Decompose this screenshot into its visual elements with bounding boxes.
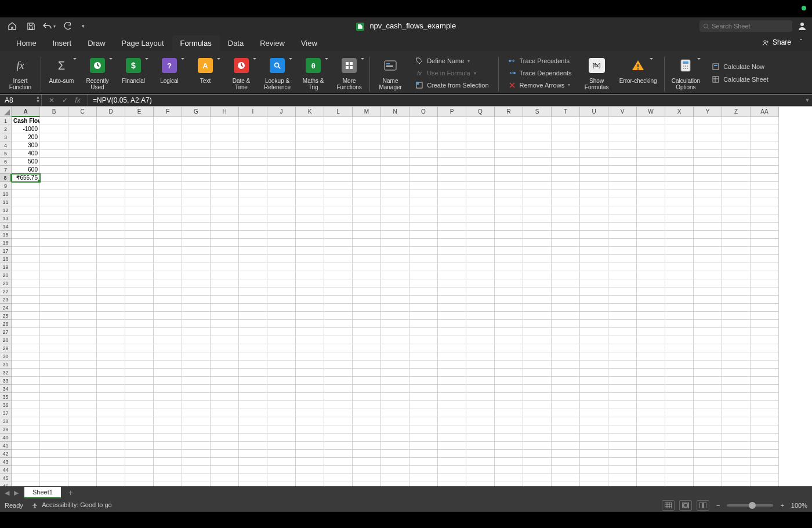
cell-Y20[interactable] (694, 271, 722, 279)
cell-U35[interactable] (580, 393, 608, 401)
qat-customize-icon[interactable]: ▾ (79, 19, 87, 34)
cell-A43[interactable] (12, 458, 40, 466)
cell-W25[interactable] (637, 312, 665, 320)
cell-Q17[interactable] (466, 247, 495, 255)
cell-X37[interactable] (665, 409, 694, 417)
cell-B40[interactable] (40, 434, 68, 442)
cell-D39[interactable] (97, 425, 125, 434)
cell-C14[interactable] (68, 223, 97, 231)
cell-X20[interactable] (665, 271, 694, 279)
cell-B38[interactable] (40, 417, 68, 425)
cell-U37[interactable] (580, 409, 608, 417)
cell-N19[interactable] (381, 263, 409, 271)
cell-P12[interactable] (438, 206, 466, 214)
cell-F35[interactable] (154, 393, 182, 401)
cell-U17[interactable] (580, 247, 608, 255)
cell-C19[interactable] (68, 263, 97, 271)
cell-D12[interactable] (97, 206, 125, 214)
cell-R35[interactable] (495, 393, 523, 401)
cell-D41[interactable] (97, 442, 125, 450)
cell-G36[interactable] (182, 401, 211, 409)
cell-J39[interactable] (267, 425, 296, 434)
cell-S34[interactable] (523, 385, 552, 393)
cell-Z13[interactable] (722, 214, 751, 223)
cell-S1[interactable] (523, 117, 552, 125)
cell-B32[interactable] (40, 369, 68, 377)
cell-R32[interactable] (495, 369, 523, 377)
cell-R34[interactable] (495, 385, 523, 393)
cell-P17[interactable] (438, 247, 466, 255)
cell-I6[interactable] (239, 158, 267, 166)
cell-O13[interactable] (409, 214, 438, 223)
cell-V23[interactable] (608, 296, 637, 304)
cell-A10[interactable] (12, 190, 40, 198)
cell-W4[interactable] (637, 141, 665, 150)
cell-B1[interactable] (40, 117, 68, 125)
cell-U40[interactable] (580, 434, 608, 442)
cell-S15[interactable] (523, 231, 552, 239)
cell-Q27[interactable] (466, 328, 495, 336)
cell-X1[interactable] (665, 117, 694, 125)
row-header-13[interactable]: 13 (0, 214, 12, 223)
cell-N9[interactable] (381, 182, 409, 190)
row-header-44[interactable]: 44 (0, 466, 12, 474)
trace-dependents-button[interactable]: Trace Dependents (506, 68, 574, 79)
cell-Q26[interactable] (466, 320, 495, 328)
cell-N6[interactable] (381, 158, 409, 166)
cell-V7[interactable] (608, 166, 637, 174)
cell-V9[interactable] (608, 182, 637, 190)
cell-AA37[interactable] (751, 409, 779, 417)
cell-G22[interactable] (182, 287, 211, 296)
cell-AA11[interactable] (751, 198, 779, 206)
cell-Q15[interactable] (466, 231, 495, 239)
cell-L33[interactable] (324, 377, 353, 385)
cell-C40[interactable] (68, 434, 97, 442)
cell-Z22[interactable] (722, 287, 751, 296)
cell-Y25[interactable] (694, 312, 722, 320)
cell-Q22[interactable] (466, 287, 495, 296)
cell-I2[interactable] (239, 125, 267, 133)
cell-T30[interactable] (552, 352, 580, 361)
cell-D32[interactable] (97, 369, 125, 377)
row-header-15[interactable]: 15 (0, 231, 12, 239)
cell-V2[interactable] (608, 125, 637, 133)
cell-M15[interactable] (353, 231, 381, 239)
cell-N1[interactable] (381, 117, 409, 125)
cell-K45[interactable] (296, 474, 324, 482)
row-header-20[interactable]: 20 (0, 271, 12, 279)
cell-AA41[interactable] (751, 442, 779, 450)
cell-AA3[interactable] (751, 133, 779, 141)
cell-W33[interactable] (637, 377, 665, 385)
cell-N11[interactable] (381, 198, 409, 206)
cell-J7[interactable] (267, 166, 296, 174)
cell-C32[interactable] (68, 369, 97, 377)
cell-Z16[interactable] (722, 239, 751, 247)
cell-P29[interactable] (438, 344, 466, 352)
cell-T24[interactable] (552, 304, 580, 312)
cell-C9[interactable] (68, 182, 97, 190)
cell-X7[interactable] (665, 166, 694, 174)
cell-A26[interactable] (12, 320, 40, 328)
cell-H38[interactable] (211, 417, 239, 425)
cell-F18[interactable] (154, 255, 182, 263)
cell-C8[interactable] (68, 174, 97, 182)
cell-N24[interactable] (381, 304, 409, 312)
cell-B42[interactable] (40, 450, 68, 458)
cell-Y3[interactable] (694, 133, 722, 141)
cell-J2[interactable] (267, 125, 296, 133)
cell-B46[interactable] (40, 482, 68, 486)
cell-I4[interactable] (239, 141, 267, 150)
cell-R18[interactable] (495, 255, 523, 263)
cell-AA44[interactable] (751, 466, 779, 474)
cell-M16[interactable] (353, 239, 381, 247)
cell-W28[interactable] (637, 336, 665, 344)
cell-AA7[interactable] (751, 166, 779, 174)
row-header-35[interactable]: 35 (0, 393, 12, 401)
cell-K4[interactable] (296, 141, 324, 150)
cell-P39[interactable] (438, 425, 466, 434)
cell-I38[interactable] (239, 417, 267, 425)
cell-S30[interactable] (523, 352, 552, 361)
tab-view[interactable]: View (293, 35, 325, 51)
cell-Z8[interactable] (722, 174, 751, 182)
cell-B22[interactable] (40, 287, 68, 296)
